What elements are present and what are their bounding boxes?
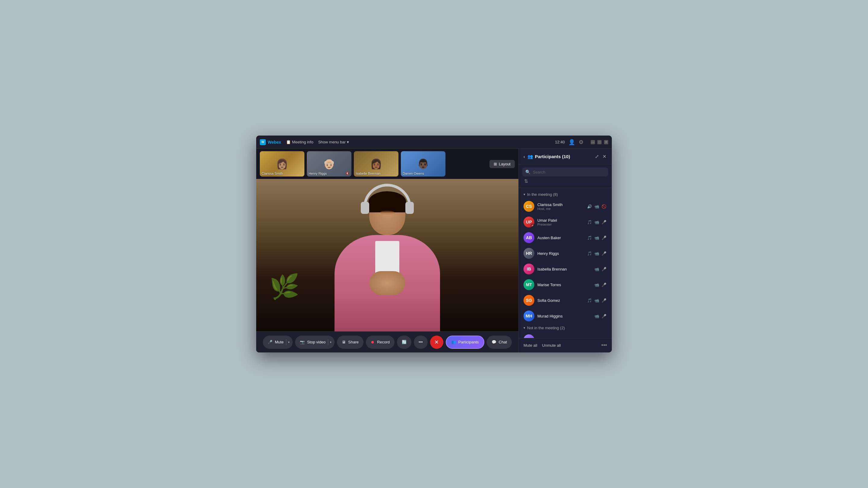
webex-title: Webex bbox=[268, 140, 281, 144]
camera-icon: 📷 bbox=[300, 340, 305, 344]
close-button[interactable]: ✕ bbox=[604, 140, 608, 144]
reactions-icon: 🔄 bbox=[402, 340, 407, 344]
participant-row[interactable]: SG Sofia Gomez 🎵 📹 🎤 bbox=[519, 293, 612, 308]
panel-expand-button[interactable]: ⤢ bbox=[594, 153, 599, 160]
participant-row[interactable]: CS Clarissa Smith Host, me 🔊 📹 🚫 bbox=[519, 198, 612, 214]
participant-name: Henry Riggs bbox=[537, 251, 584, 256]
thumbnail-darren[interactable]: 👨🏿 Darren Owens bbox=[401, 151, 445, 176]
title-bar-left: W Webex 📋 Meeting info Show menu bar ▾ bbox=[260, 139, 555, 145]
thumbnail-label-clarissa: Clarissa Smith bbox=[261, 172, 283, 175]
mute-icon: 🎤 bbox=[601, 235, 607, 241]
participant-info: Henry Riggs bbox=[537, 251, 584, 256]
audio-icon: 🎵 bbox=[587, 298, 592, 303]
participant-row[interactable]: EN Emily Nakagawa bbox=[519, 332, 612, 338]
participant-name: Marise Torres bbox=[537, 283, 591, 287]
thumbnail-label-isabelle: Isabelle Brennan bbox=[355, 172, 381, 175]
not-in-meeting-section-header[interactable]: ▾ Not in the meeting (2) bbox=[519, 324, 612, 332]
video-icon: 📹 bbox=[594, 251, 600, 256]
participant-icons: 🎵 📹 🎤 bbox=[587, 251, 607, 256]
sort-button[interactable]: ⇅ bbox=[522, 178, 530, 185]
settings-icon[interactable]: ⚙ bbox=[579, 139, 584, 145]
video-icon: 📹 bbox=[594, 266, 600, 272]
avatar: MH bbox=[524, 311, 534, 321]
mute-caret[interactable]: ▾ bbox=[286, 339, 290, 345]
panel-collapse-icon[interactable]: ‹ bbox=[524, 154, 525, 159]
video-area: 👩🏽 Clarissa Smith 👴🏼 Henry Riggs 🔇 👩🏾 bbox=[256, 149, 518, 352]
participant-row[interactable]: AB Austen Baker 🎵 📹 🎤 bbox=[519, 230, 612, 246]
participant-name: Sofia Gomez bbox=[537, 298, 584, 303]
in-meeting-section-header[interactable]: ▾ In the meeting (8) bbox=[519, 190, 612, 198]
minimize-button[interactable]: — bbox=[591, 140, 595, 144]
thumbnail-strip: 👩🏽 Clarissa Smith 👴🏼 Henry Riggs 🔇 👩🏾 bbox=[256, 149, 518, 179]
record-icon: ⏺ bbox=[371, 340, 375, 344]
avatar: UP ! bbox=[524, 217, 534, 227]
panel-title: 👥 Participants (10) bbox=[527, 154, 592, 159]
participants-button[interactable]: 👥 Participants bbox=[446, 335, 484, 349]
participant-role: Host, me bbox=[537, 207, 584, 210]
webex-logo: W Webex bbox=[260, 139, 281, 145]
participant-icons: 📹 🎤 bbox=[594, 282, 607, 288]
more-options-button[interactable]: ••• bbox=[601, 342, 607, 349]
video-icon: 📹 bbox=[594, 313, 600, 319]
thumbnail-clarissa[interactable]: 👩🏽 Clarissa Smith bbox=[260, 151, 304, 176]
video-icon: 📹 bbox=[594, 219, 600, 225]
participant-row[interactable]: MH Murad Higgins 📹 🎤 bbox=[519, 308, 612, 324]
panel-close-button[interactable]: ✕ bbox=[602, 153, 607, 160]
participant-icons: 📹 🎤 bbox=[594, 313, 607, 319]
unmute-all-button[interactable]: Unmute all bbox=[542, 341, 561, 350]
mute-icon: 🎤 bbox=[601, 266, 607, 272]
panel-header: ‹ 👥 Participants (10) ⤢ ✕ bbox=[519, 149, 612, 164]
audio-icon: 🎵 bbox=[587, 235, 592, 241]
not-in-meeting-chevron: ▾ bbox=[524, 326, 525, 330]
mic-icon: 🎤 bbox=[268, 340, 273, 344]
thumbnail-isabelle[interactable]: 👩🏾 Isabelle Brennan bbox=[354, 151, 398, 176]
mic-active-icon: 🎤 bbox=[601, 219, 607, 225]
avatar: CS bbox=[524, 201, 534, 212]
layout-button[interactable]: ⊞ Layout bbox=[490, 160, 515, 168]
participant-name: Isabella Brennan bbox=[537, 267, 591, 271]
stop-video-button[interactable]: 📷 Stop video ▾ bbox=[295, 335, 335, 349]
participant-info: Isabella Brennan bbox=[537, 267, 591, 271]
more-icon: ••• bbox=[418, 340, 423, 344]
participant-info: Marise Torres bbox=[537, 283, 591, 287]
share-button[interactable]: 🖥 Share bbox=[337, 335, 364, 349]
mute-button[interactable]: 🎤 Mute ▾ bbox=[263, 335, 293, 349]
participant-icons: 🎵 📹 🎤 bbox=[587, 298, 607, 303]
in-meeting-chevron: ▾ bbox=[524, 193, 525, 196]
more-button[interactable]: ••• bbox=[414, 335, 428, 349]
title-bar: W Webex 📋 Meeting info Show menu bar ▾ 1… bbox=[256, 135, 612, 149]
meeting-info-button[interactable]: 📋 Meeting info bbox=[286, 140, 313, 144]
end-call-button[interactable]: ✕ bbox=[430, 335, 443, 349]
search-input[interactable] bbox=[533, 170, 605, 174]
thumbnail-henry[interactable]: 👴🏼 Henry Riggs 🔇 bbox=[307, 151, 351, 176]
record-button[interactable]: ⏺ Record bbox=[366, 335, 395, 349]
participant-role: Presenter bbox=[537, 223, 584, 226]
participant-row[interactable]: MT Marise Torres 📹 🎤 bbox=[519, 277, 612, 293]
reactions-button[interactable]: 🔄 bbox=[397, 335, 411, 349]
layout-icon: ⊞ bbox=[494, 162, 497, 166]
participant-row[interactable]: UP ! Umar Patel Presenter 🎵 📹 🎤 bbox=[519, 214, 612, 230]
mute-icon: 🎤 bbox=[601, 251, 607, 256]
toolbar: 🎤 Mute ▾ 📷 Stop video ▾ 🖥 Share ⏺ Record bbox=[256, 331, 518, 352]
maximize-button[interactable]: □ bbox=[597, 140, 601, 144]
search-box: 🔍 bbox=[522, 167, 608, 176]
participant-name: Clarissa Smith bbox=[537, 202, 584, 207]
participant-icons: 📹 🎤 bbox=[594, 266, 607, 272]
chevron-down-icon: ▾ bbox=[347, 140, 349, 144]
participant-info: Sofia Gomez bbox=[537, 298, 584, 303]
video-caret[interactable]: ▾ bbox=[328, 339, 332, 345]
panel-actions: ⤢ ✕ bbox=[594, 153, 607, 160]
participant-row[interactable]: IB Isabella Brennan 📹 🎤 bbox=[519, 261, 612, 277]
avatar: EN bbox=[524, 334, 534, 338]
participant-name: Austen Baker bbox=[537, 235, 584, 240]
chat-button[interactable]: 💬 Chat bbox=[487, 335, 512, 349]
profile-icon[interactable]: 👤 bbox=[568, 139, 575, 145]
show-menu-bar-button[interactable]: Show menu bar ▾ bbox=[318, 140, 349, 144]
participants-icon: 👥 bbox=[451, 340, 456, 344]
participant-row[interactable]: HR Henry Riggs 🎵 📹 🎤 bbox=[519, 246, 612, 261]
participants-panel: ‹ 👥 Participants (10) ⤢ ✕ 🔍 ⇅ bbox=[518, 149, 612, 352]
mute-all-button[interactable]: Mute all bbox=[524, 341, 537, 350]
video-icon: 📹 bbox=[594, 298, 600, 303]
window-controls: — □ ✕ bbox=[591, 140, 608, 144]
avatar: IB bbox=[524, 264, 534, 274]
